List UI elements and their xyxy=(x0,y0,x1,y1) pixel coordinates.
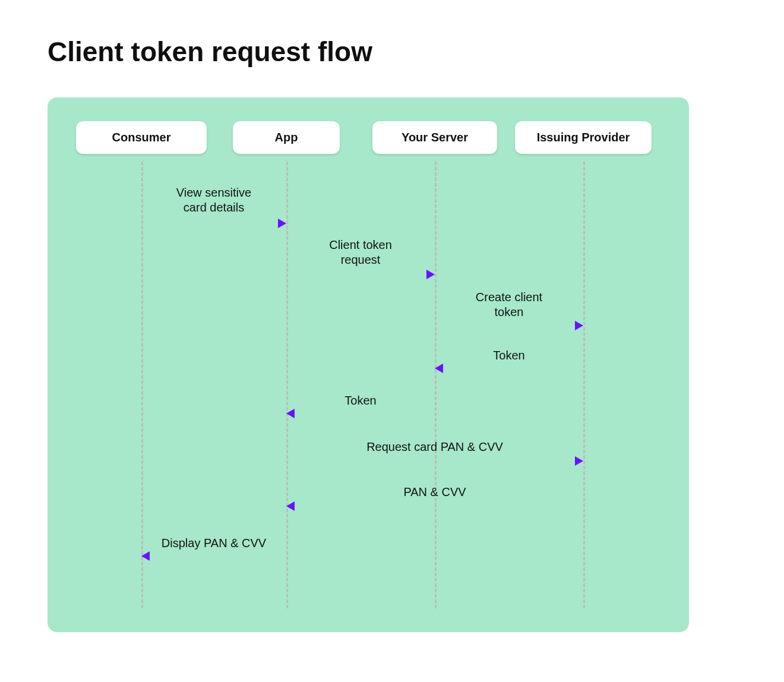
lane-header-provider: Issuing Provider xyxy=(515,121,652,154)
lane-header-consumer: Consumer xyxy=(76,121,207,154)
lane-header-label: Issuing Provider xyxy=(537,131,630,144)
lifeline-provider xyxy=(583,162,585,608)
arrowhead-icon xyxy=(575,456,583,466)
message-label: Create client token xyxy=(423,290,595,320)
lane-header-app: App xyxy=(233,121,340,154)
message-label: Token xyxy=(274,393,447,408)
diagram-title: Client token request flow xyxy=(48,36,736,68)
lane-header-server: Your Server xyxy=(372,121,497,154)
arrowhead-icon xyxy=(278,219,286,228)
lane-header-label: Consumer xyxy=(112,131,171,144)
lifeline-server xyxy=(435,162,437,608)
message-label: PAN & CVV xyxy=(274,485,595,500)
arrowhead-icon xyxy=(426,270,435,279)
message-label: View sensitive card details xyxy=(129,185,298,215)
lane-header-label: App xyxy=(275,131,298,144)
message-label: Request card PAN & CVV xyxy=(274,440,595,454)
page: Client token request flow ConsumerAppYou… xyxy=(48,36,736,632)
sequence-diagram: ConsumerAppYour ServerIssuing ProviderVi… xyxy=(48,97,689,632)
message-label: Display PAN & CVV xyxy=(129,536,298,551)
message-label: Token xyxy=(423,348,595,363)
arrowhead-icon xyxy=(575,321,583,330)
lane-header-label: Your Server xyxy=(402,131,468,144)
message-label: Client token request xyxy=(274,238,447,267)
